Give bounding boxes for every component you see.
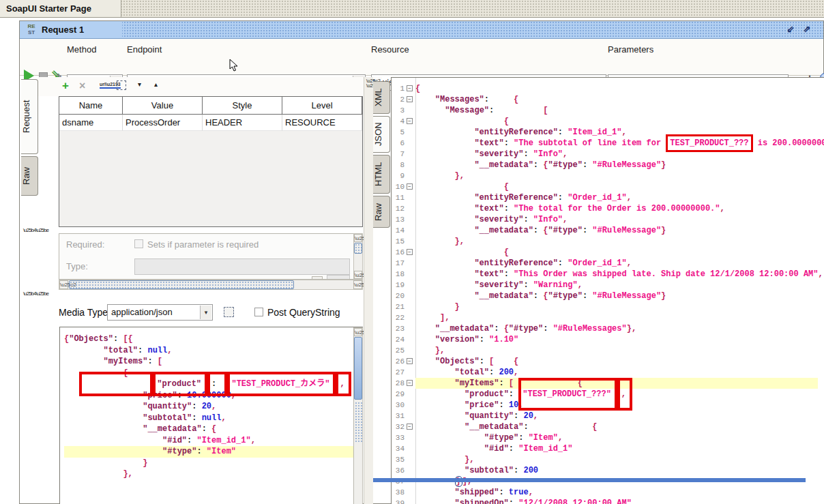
code-line[interactable]: "#id": "Item_id_1", <box>64 435 362 447</box>
code-line[interactable]: 6 "text": "The subtotal of line item for… <box>392 138 824 149</box>
starter-page-tab[interactable]: SoapUI Starter Page <box>0 0 121 17</box>
table-cell[interactable]: RESOURCE <box>282 115 362 131</box>
media-type-select[interactable]: application/json ▾ <box>107 304 213 321</box>
required-checkbox[interactable] <box>134 239 143 248</box>
recreate-default-icon[interactable] <box>224 307 234 317</box>
code-line[interactable]: 8 "__metadata": {"#type": "#RuleMessage"… <box>392 160 824 171</box>
scroll-left-icon[interactable]: \u25c2 <box>59 280 68 289</box>
form-vscrollbar[interactable]: \u25b4 \u25be <box>353 233 363 280</box>
code-line[interactable]: 22 ], <box>392 312 824 323</box>
splitter-handle[interactable]: \u25b4\u25be <box>23 228 48 233</box>
code-line[interactable]: 11 "entityReference": "Order_id_1", <box>392 192 824 203</box>
splitter-handle[interactable]: \u25b4\u25be <box>23 291 48 296</box>
code-line[interactable]: 25 }, <box>392 345 824 356</box>
code-line[interactable]: "product": "TEST_PRODUCT_カメラ", <box>64 379 362 390</box>
form-hscrollbar[interactable]: \u25c2 \u25b8 <box>59 280 363 290</box>
collapse-right-icon[interactable]: \u25b8 <box>366 84 373 88</box>
move-up-icon[interactable]: ▴ <box>154 80 158 88</box>
scroll-down-icon[interactable]: \u25be <box>354 271 362 279</box>
code-line[interactable]: "myItems": [ <box>64 356 362 368</box>
add-param-button[interactable]: + <box>62 79 69 93</box>
code-line[interactable]: 19 "severity": "Warning", <box>392 280 824 291</box>
code-line[interactable]: 17 "entityReference": "Order_id_1", <box>392 258 824 269</box>
request-body-editor[interactable]: {"Objects": [{ "total": null, "myItems":… <box>59 327 363 504</box>
code-line[interactable]: "total": null, <box>64 345 362 357</box>
code-line[interactable]: 18 "text": "This Order was shipped late.… <box>392 269 824 280</box>
tab-response-raw[interactable]: Raw <box>373 196 390 228</box>
tab-request-raw[interactable]: Raw <box>21 156 38 196</box>
code-line[interactable]: 27 "total": 200, <box>392 367 824 378</box>
code-line[interactable]: 39 "shippedOn": "12/1/2008 12:00:00 AM" <box>392 498 824 504</box>
code-line[interactable]: 1−{ <box>392 83 824 94</box>
request-window: REST Request 1 ⇙ ⇗ ⇘⇘ Method POST ▾ Endp… <box>19 20 824 504</box>
line-number: 10 <box>392 181 407 192</box>
code-line[interactable]: "quantity": 20, <box>64 401 362 413</box>
code-line[interactable]: 35 }, <box>392 454 824 465</box>
table-cell[interactable]: dsname <box>59 115 123 131</box>
tab-response-xml[interactable]: XML <box>373 81 390 114</box>
delete-param-button[interactable]: × <box>79 80 85 92</box>
column-header[interactable]: Level <box>282 97 362 115</box>
scroll-right-icon[interactable]: \u25b8 <box>353 280 362 289</box>
code-line[interactable]: 15 }, <box>392 236 824 247</box>
code-line[interactable]: 29 "product": "TEST_PRODUCT_???", <box>392 389 824 400</box>
response-hscrollbar-thumb[interactable] <box>373 478 806 482</box>
tab-response-json[interactable]: JSON <box>373 116 390 153</box>
select-region-icon[interactable] <box>117 80 126 90</box>
move-down-icon[interactable]: ▾ <box>138 80 141 88</box>
tab-response-html[interactable]: HTML <box>373 155 390 194</box>
code-line[interactable]: 14 "__metadata": {"#type": "#RuleMessage… <box>392 225 824 236</box>
code-line[interactable]: } <box>64 458 362 469</box>
code-line[interactable]: "__metadata": { <box>64 424 362 435</box>
code-line[interactable]: 38 "shipped": true, <box>392 487 824 498</box>
column-header[interactable]: Value <box>123 97 203 115</box>
code-line[interactable]: 31 "quantity": 20, <box>392 411 824 421</box>
code-line[interactable]: 34 "#id": "Item_id_1" <box>392 443 824 454</box>
scroll-thumb[interactable] <box>354 243 362 254</box>
code-line[interactable]: 32− "__metadata": { <box>392 421 824 432</box>
code-line[interactable]: "#type": "Item" <box>64 446 362 458</box>
code-line[interactable]: 7 "severity": "Info", <box>392 149 824 160</box>
code-line[interactable]: }, <box>64 469 362 480</box>
code-line[interactable]: {"Objects": [{ <box>64 333 362 345</box>
code-line[interactable]: 13 "severity": "Info", <box>392 214 824 225</box>
scroll-thumb[interactable] <box>69 280 294 289</box>
request-editor-vscrollbar[interactable]: \u25b4 <box>353 327 363 504</box>
code-line[interactable]: "subtotal": null, <box>64 413 362 424</box>
code-line[interactable]: 4− { <box>392 116 824 127</box>
code-line[interactable]: 5 "entityReference": "Item_id_1", <box>392 127 824 138</box>
window-titlebar[interactable]: REST Request 1 ⇙ ⇗ <box>20 21 823 39</box>
table-cell[interactable]: HEADER <box>203 115 282 131</box>
code-line[interactable]: 2− "Messages": { <box>392 94 824 105</box>
params-table[interactable]: NameValueStyleLeveldsnameProcessOrderHEA… <box>59 96 363 227</box>
code-line[interactable]: 3 "Message": [ <box>392 105 824 116</box>
code-line[interactable]: 16− { <box>392 247 824 258</box>
response-json-editor[interactable]: 1−{2− "Messages": {3 "Message": [4− {5 "… <box>391 77 824 504</box>
code-line[interactable]: 36 "subtotal": 200 <box>392 465 824 476</box>
chevron-down-icon[interactable]: ▾ <box>200 306 211 319</box>
code-line[interactable]: 12 "text": "The total for the Order is 2… <box>392 203 824 214</box>
tab-request-request[interactable]: Request <box>21 79 38 154</box>
code-line[interactable]: 33 "#type": "Item", <box>392 432 824 443</box>
column-header[interactable]: Style <box>203 97 282 115</box>
code-line[interactable]: 26− "Objects": [ { <box>392 356 824 367</box>
code-line[interactable]: 20 "__metadata": {"#type": "#RuleMessage… <box>392 291 824 301</box>
minimize-window-icon[interactable]: ⇙ <box>785 24 796 35</box>
code-line[interactable]: 23 "__metadata": {"#type": "#RuleMessage… <box>392 323 824 334</box>
table-cell[interactable]: ProcessOrder <box>123 115 203 131</box>
scroll-up-icon[interactable]: \u25b4 <box>354 328 362 336</box>
code-line[interactable] <box>64 491 362 503</box>
code-line[interactable]: 10− { <box>392 181 824 192</box>
code-line[interactable]: 9 }, <box>392 171 824 181</box>
scroll-up-icon[interactable]: \u25b4 <box>354 234 362 242</box>
panel-splitter[interactable]: \u25c2 \u25b8 <box>364 77 373 504</box>
code-line[interactable]: 21 } <box>392 301 824 312</box>
post-querystring-checkbox[interactable] <box>254 308 263 316</box>
scroll-track[interactable] <box>355 402 362 443</box>
table-row: dsnameProcessOrderHEADERRESOURCE <box>59 115 362 131</box>
column-header[interactable]: Name <box>59 97 123 115</box>
code-line[interactable]: 24 "version": "1.10" <box>392 334 824 345</box>
code-line[interactable] <box>64 480 362 492</box>
float-window-icon[interactable]: ⇗ <box>801 24 812 35</box>
scroll-thumb[interactable] <box>354 337 362 400</box>
